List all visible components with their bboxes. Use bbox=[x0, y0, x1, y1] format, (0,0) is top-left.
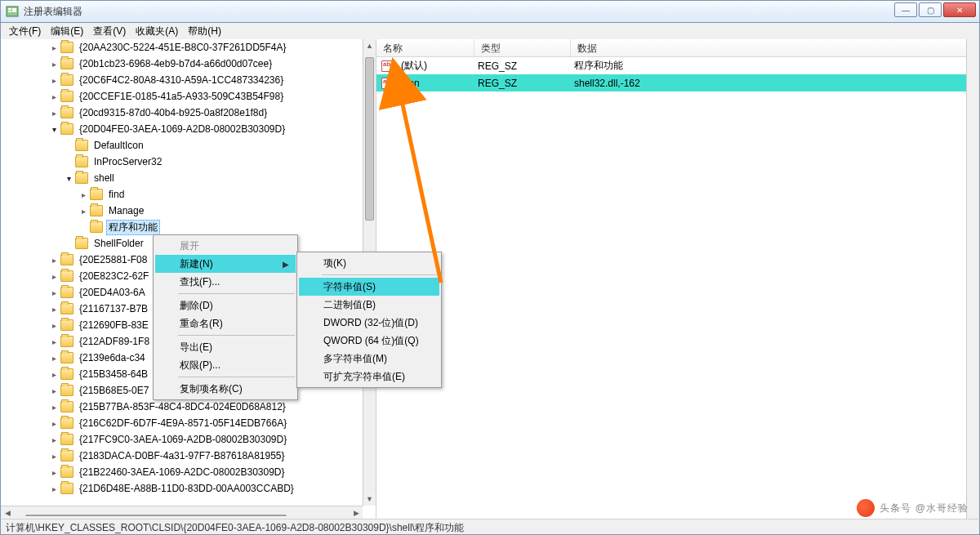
separator bbox=[178, 293, 295, 294]
expander-icon[interactable] bbox=[48, 385, 60, 396]
menu-view[interactable]: 查看(V) bbox=[88, 23, 131, 40]
tree-node-label: {215B77BA-853F-48C4-8DC4-024E0D68A812} bbox=[77, 400, 288, 413]
expander-icon[interactable] bbox=[48, 303, 60, 314]
minimize-button[interactable]: — bbox=[894, 2, 917, 17]
col-name[interactable]: 名称 bbox=[376, 39, 474, 56]
tree-node-label: {215B68E5-0E7 bbox=[77, 384, 151, 397]
expander-icon[interactable] bbox=[48, 483, 60, 494]
ctx-delete[interactable]: 删除(D) bbox=[155, 296, 296, 314]
expander-icon[interactable] bbox=[48, 42, 60, 53]
expander-icon[interactable] bbox=[48, 107, 60, 118]
values-header: 名称 类型 数据 bbox=[376, 39, 979, 57]
title-bar: 注册表编辑器 — ▢ ✕ bbox=[0, 0, 980, 23]
ctx-rename[interactable]: 重命名(R) bbox=[155, 314, 296, 332]
tree-node-label: {20C6F4C2-80A8-4310-A59A-1CC487334236} bbox=[77, 74, 286, 87]
tree-node[interactable]: {20D04FE0-3AEA-1069-A2D8-08002B30309D} bbox=[1, 121, 363, 137]
tree-node[interactable]: {215B77BA-853F-48C4-8DC4-024E0D68A812} bbox=[1, 399, 363, 415]
folder-icon bbox=[60, 352, 74, 363]
new-string-value[interactable]: 字符串值(S) bbox=[299, 278, 439, 296]
expander-icon[interactable] bbox=[48, 336, 60, 347]
expander-icon[interactable] bbox=[48, 417, 60, 429]
watermark-logo-icon bbox=[857, 499, 875, 517]
ctx-find[interactable]: 查找(F)... bbox=[155, 273, 296, 291]
menu-edit[interactable]: 编辑(E) bbox=[46, 23, 88, 40]
tree-node[interactable]: {20CCEF1E-0185-41a5-A933-509C43B54F98} bbox=[1, 88, 363, 105]
tree-node[interactable]: {2183DACA-D0BF-4a31-97F7-B87618A81955} bbox=[1, 448, 363, 464]
expander-icon[interactable] bbox=[78, 205, 89, 216]
folder-icon bbox=[60, 270, 74, 282]
new-qword-value[interactable]: QWORD (64 位)值(Q) bbox=[299, 332, 439, 350]
tree-node[interactable]: {217FC9C0-3AEA-1069-A2DB-08002B30309D} bbox=[1, 431, 363, 448]
tree-node-label: {215B3458-64B bbox=[77, 368, 150, 381]
expander-icon[interactable] bbox=[48, 434, 60, 445]
tree-node[interactable]: {20C6F4C2-80A8-4310-A59A-1CC487334236} bbox=[1, 72, 363, 88]
value-row[interactable]: (默认)REG_SZ程序和功能 bbox=[376, 57, 979, 74]
watermark-text: 头条号 @水哥经验 bbox=[880, 502, 969, 515]
ctx-export[interactable]: 导出(E) bbox=[155, 338, 296, 356]
tree-node[interactable]: {21D6D48E-A88B-11D0-83DD-00AA003CCABD} bbox=[1, 480, 363, 497]
folder-icon bbox=[60, 466, 74, 478]
tree-node[interactable]: shell bbox=[1, 170, 363, 186]
folder-icon bbox=[60, 450, 74, 461]
folder-icon bbox=[60, 123, 74, 135]
cell-type: REG_SZ bbox=[474, 78, 571, 89]
expander-icon[interactable] bbox=[63, 172, 74, 184]
folder-icon bbox=[60, 483, 74, 494]
tree-node-label: {2139e6da-c34 bbox=[77, 351, 148, 364]
expander-icon[interactable] bbox=[48, 270, 60, 282]
expander-icon[interactable] bbox=[48, 466, 60, 478]
values-list[interactable]: (默认)REG_SZ程序和功能IconREG_SZshell32.dll,-16… bbox=[376, 57, 979, 91]
expander-icon[interactable] bbox=[48, 319, 60, 331]
tree-node[interactable]: DefaultIcon bbox=[1, 137, 363, 154]
tree-node[interactable]: find bbox=[1, 186, 363, 203]
expander-icon[interactable] bbox=[48, 254, 60, 265]
menu-file[interactable]: 文件(F) bbox=[4, 23, 46, 40]
string-value-icon bbox=[381, 78, 394, 89]
tree-node[interactable]: {216C62DF-6D7F-4E9A-8571-05F14EDB766A} bbox=[1, 415, 363, 431]
cell-data: 程序和功能 bbox=[571, 59, 979, 73]
folder-icon bbox=[90, 221, 103, 233]
ctx-expand[interactable]: 展开 bbox=[155, 237, 296, 255]
folder-icon bbox=[60, 417, 74, 429]
tree-node[interactable]: {20cd9315-87d0-40b4-b925-0a8f208e1f8d} bbox=[1, 105, 363, 121]
ctx-permissions[interactable]: 权限(P)... bbox=[155, 356, 296, 374]
col-type[interactable]: 类型 bbox=[474, 39, 571, 56]
menu-help[interactable]: 帮助(H) bbox=[183, 23, 226, 40]
expander-icon[interactable] bbox=[78, 189, 89, 200]
folder-icon bbox=[60, 336, 74, 347]
tree-node[interactable]: 程序和功能 bbox=[1, 219, 363, 235]
new-multistring-value[interactable]: 多字符串值(M) bbox=[299, 350, 439, 368]
expander-icon[interactable] bbox=[48, 352, 60, 363]
value-row[interactable]: IconREG_SZshell32.dll,-162 bbox=[376, 74, 979, 91]
separator bbox=[178, 377, 295, 377]
svg-rect-1 bbox=[8, 8, 11, 10]
expander-icon[interactable] bbox=[48, 450, 60, 461]
expander-icon[interactable] bbox=[48, 74, 60, 86]
new-binary-value[interactable]: 二进制值(B) bbox=[299, 296, 439, 314]
tree-node[interactable]: {20b1cb23-6968-4eb9-b7d4-a66d00d07cee} bbox=[1, 56, 363, 72]
menu-favorites[interactable]: 收藏夹(A) bbox=[131, 23, 183, 40]
expander-icon[interactable] bbox=[48, 401, 60, 412]
new-dword-value[interactable]: DWORD (32-位)值(D) bbox=[299, 314, 439, 332]
tree-node[interactable]: InProcServer32 bbox=[1, 154, 363, 170]
string-value-icon bbox=[381, 60, 394, 72]
tree-node[interactable]: Manage bbox=[1, 203, 363, 219]
new-key[interactable]: 项(K) bbox=[299, 254, 439, 272]
expander-icon[interactable] bbox=[48, 368, 60, 380]
tree-node[interactable]: {21B22460-3AEA-1069-A2DC-08002B30309D} bbox=[1, 464, 363, 480]
tree-node[interactable]: {20AA230C-5224-451E-B8C0-37F261DD5F4A} bbox=[1, 39, 363, 56]
ctx-new[interactable]: 新建(N)▶ bbox=[155, 255, 296, 273]
expander-icon[interactable] bbox=[48, 287, 60, 298]
col-data[interactable]: 数据 bbox=[571, 39, 979, 56]
expander-icon[interactable] bbox=[48, 91, 60, 102]
ctx-copy-key-name[interactable]: 复制项名称(C) bbox=[155, 380, 296, 398]
svg-rect-3 bbox=[12, 8, 16, 12]
expander-icon[interactable] bbox=[48, 123, 60, 135]
tree-horizontal-scrollbar[interactable]: ◀▶ bbox=[1, 506, 363, 519]
close-button[interactable]: ✕ bbox=[943, 2, 976, 17]
maximize-button[interactable]: ▢ bbox=[919, 2, 942, 17]
values-vertical-scrollbar[interactable] bbox=[966, 39, 979, 519]
tree-node-label: Manage bbox=[106, 204, 146, 217]
new-expandstring-value[interactable]: 可扩充字符串值(E) bbox=[299, 368, 439, 386]
expander-icon[interactable] bbox=[48, 58, 60, 69]
